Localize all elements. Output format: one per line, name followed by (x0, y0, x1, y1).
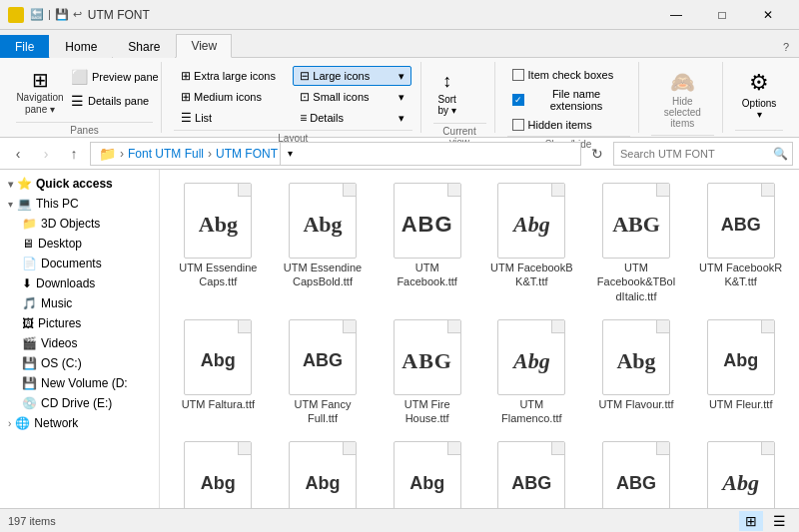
file-icon-bg: ABG (394, 319, 461, 395)
hide-selected-icon: 🙈 (670, 70, 695, 94)
preview-icon: ⬜ (71, 69, 88, 85)
large-icons-btn[interactable]: ⊟ Large icons ▾ (293, 66, 410, 86)
file-name: UTM EssendineCapsBold.ttf (284, 261, 362, 289)
address-path[interactable]: 📁 › Font UTM Full › UTM FONT ▾ (90, 142, 581, 166)
file-item[interactable]: ABG UTMFacebook.ttf (377, 178, 477, 310)
sidebar-item-music[interactable]: 🎵 Music (0, 293, 159, 313)
floppy-btn[interactable]: 💾 (55, 8, 69, 21)
details-pane-button[interactable]: ☰ Details pane (66, 90, 164, 112)
back-button[interactable]: ‹ (6, 142, 30, 166)
file-item[interactable]: Abg UTM EssendineCaps.ttf (168, 178, 269, 310)
file-item[interactable]: Abg UTM Fleur.ttf (690, 314, 791, 433)
file-preview-text: Abg (201, 350, 236, 371)
refresh-button[interactable]: ↻ (585, 142, 609, 166)
search-box[interactable]: 🔍 (613, 142, 793, 166)
list-btn[interactable]: ☰ List (174, 108, 292, 128)
details-btn[interactable]: ≡ Details ▾ (293, 108, 410, 128)
small-icons-btn[interactable]: ⊡ Small icons ▾ (293, 87, 410, 107)
file-item[interactable]: ABG UTM Gloria.ttf (586, 436, 687, 508)
file-icon-container: Abg (287, 443, 359, 508)
options-button[interactable]: ⚙ Options ▾ (735, 66, 783, 124)
sidebar-item-documents[interactable]: 📄 Documents (0, 254, 159, 273)
file-item[interactable]: Abg UTM Flavour.ttf (586, 314, 687, 433)
file-item[interactable]: Abg UTM God'sWordBold.ttf (690, 436, 791, 508)
file-icon-bg: ABG (289, 319, 357, 395)
sidebar-item-pictures[interactable]: 🖼 Pictures (0, 313, 159, 333)
tab-file[interactable]: File (0, 35, 49, 58)
file-item[interactable]: Abg UTM GillSans_Con.ttf (377, 436, 477, 508)
file-icon-container: Abg (495, 321, 567, 393)
file-icon-bg: Abg (184, 441, 252, 508)
ribbon-group-layout: ⊞ Extra large icons ⊟ Large icons ▾ ⊞ Me… (166, 62, 420, 133)
file-icon-bg: ABG (602, 183, 670, 259)
file-name: UTM FacebookBK&T.ttf (490, 261, 573, 289)
sidebar-item-os-c[interactable]: 💾 OS (C:) (0, 353, 159, 373)
close-button[interactable]: ✕ (745, 0, 791, 30)
path-part-utm-font[interactable]: UTM FONT (216, 147, 278, 161)
file-name: UTM Flavour.ttf (598, 397, 673, 411)
sidebar-quick-access[interactable]: ▾ ⭐ Quick access (0, 174, 159, 194)
file-item[interactable]: Abg UTM FrenchVanilla.ttf (168, 436, 269, 508)
maximize-button[interactable]: □ (699, 0, 745, 30)
hide-selected-button[interactable]: 🙈 Hide selecteditems (651, 66, 715, 133)
path-part-font-utm[interactable]: Font UTM Full (128, 147, 204, 161)
file-item[interactable]: ABG UTM FancyFull.ttf (273, 314, 374, 433)
undo-btn[interactable]: ↩ (73, 8, 82, 21)
sidebar-item-downloads[interactable]: ⬇ Downloads (0, 273, 159, 293)
details-icon: ☰ (71, 93, 84, 109)
file-item[interactable]: Abg UTM FuturaExtra.ttf (273, 436, 374, 508)
search-input[interactable] (614, 148, 769, 160)
file-preview-text: ABG (401, 212, 453, 238)
file-icon-bg: Abg (707, 441, 775, 508)
ribbon-help[interactable]: ? (773, 37, 799, 57)
tab-share[interactable]: Share (113, 35, 175, 58)
file-icon-bg: ABG (394, 183, 461, 259)
file-preview-text: Abg (303, 212, 342, 238)
up-button[interactable]: ↑ (62, 142, 86, 166)
file-item[interactable]: ABG UTMFacebook&TBoldItalic.ttf (586, 178, 687, 310)
quick-access-btn[interactable]: 🔙 (30, 8, 44, 21)
tab-view[interactable]: View (176, 34, 232, 58)
file-item[interactable]: Abg UTM FacebookBK&T.ttf (481, 178, 582, 310)
extra-large-icon: ⊞ (181, 69, 191, 83)
path-dropdown-button[interactable]: ▾ (280, 142, 300, 166)
sidebar-item-this-pc[interactable]: ▾ 💻 This PC (0, 194, 159, 214)
os-c-icon: 💾 (22, 356, 37, 370)
minimize-button[interactable]: — (653, 0, 699, 30)
file-item[interactable]: Abg UTMFlamenco.ttf (481, 314, 582, 433)
file-item[interactable]: ABG UTM GilleClassic.ttf (481, 436, 582, 508)
file-item[interactable]: ABG UTM FacebookRK&T.ttf (690, 178, 791, 310)
file-icon-container: Abg (287, 185, 359, 257)
file-icon-bg: ABG (707, 183, 775, 259)
ribbon-group-current-view: ↕ Sortby ▾ Current view (425, 62, 495, 133)
extra-large-icons-btn[interactable]: ⊞ Extra large icons (174, 66, 292, 86)
music-icon: 🎵 (22, 296, 37, 310)
preview-pane-button[interactable]: ⬜ Preview pane (66, 66, 164, 88)
file-icon-bg: Abg (289, 441, 357, 508)
sidebar-item-new-volume-d[interactable]: 💾 New Volume (D: (0, 373, 159, 393)
file-extensions-btn[interactable]: ✓ File name extensions (507, 85, 630, 115)
forward-button[interactable]: › (34, 142, 58, 166)
medium-icons-btn[interactable]: ⊞ Medium icons (174, 87, 292, 107)
file-icon-bg: Abg (707, 319, 775, 395)
item-checkboxes-btn[interactable]: Item check boxes (507, 66, 630, 84)
grid-view-button[interactable]: ⊞ (739, 511, 763, 531)
sidebar-item-network[interactable]: › 🌐 Network (0, 413, 159, 433)
navigation-pane-button[interactable]: ⊞ Navigationpane ▾ (16, 66, 64, 120)
sidebar-item-desktop[interactable]: 🖥 Desktop (0, 234, 159, 254)
hidden-items-btn[interactable]: Hidden items (507, 116, 630, 134)
file-icon-container: ABG (392, 321, 463, 393)
sidebar-item-cd-drive-e[interactable]: 💿 CD Drive (E:) (0, 393, 159, 413)
file-item[interactable]: Abg UTM EssendineCapsBold.ttf (273, 178, 374, 310)
list-view-button[interactable]: ☰ (767, 511, 791, 531)
tab-home[interactable]: Home (50, 35, 112, 58)
app-icon (8, 7, 24, 23)
sidebar-item-videos[interactable]: 🎬 Videos (0, 333, 159, 353)
sort-by-button[interactable]: ↕ Sortby ▾ (433, 66, 461, 121)
quick-access-icon: ⭐ (17, 177, 32, 191)
sidebar-item-3d-objects[interactable]: 📁 3D Objects (0, 214, 159, 234)
file-item[interactable]: Abg UTM Faltura.ttf (168, 314, 269, 433)
desktop-icon: 🖥 (22, 237, 34, 251)
item-count: 197 items (8, 515, 56, 527)
file-item[interactable]: ABG UTM FireHouse.ttf (377, 314, 477, 433)
